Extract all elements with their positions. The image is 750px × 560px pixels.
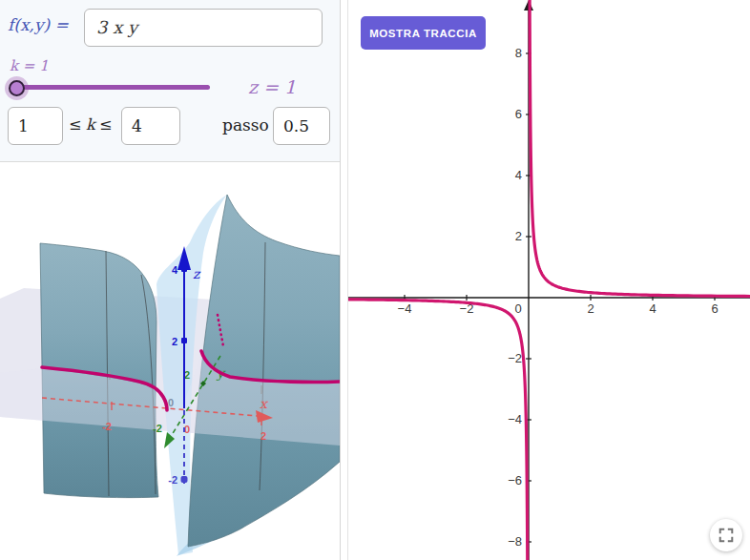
slider-k-label: k = 1 xyxy=(10,57,49,74)
svg-text:4: 4 xyxy=(649,301,656,316)
k-min-value: 1 xyxy=(18,116,62,135)
function-value: 3 x y xyxy=(96,17,322,37)
svg-text:8: 8 xyxy=(515,46,522,60)
svg-text:2: 2 xyxy=(587,301,594,316)
function-label: f(x,y) = xyxy=(8,15,69,34)
step-value: 0.5 xyxy=(283,116,329,135)
fullscreen-icon xyxy=(718,527,735,544)
svg-text:−8: −8 xyxy=(508,534,522,549)
surface-3d-scene: -2 0 2 x y 2 -2 xyxy=(0,162,340,560)
z-tick-2: 2 xyxy=(172,336,177,347)
k-letter: k xyxy=(86,115,95,134)
z-tick-4: 4 xyxy=(172,264,178,276)
hyperbola-curve[interactable] xyxy=(348,0,750,560)
graphics-3d-view[interactable]: -2 0 2 x y 2 -2 xyxy=(0,162,340,560)
k-slider-knob[interactable] xyxy=(9,80,25,96)
k-min-input[interactable]: 1 xyxy=(8,107,63,145)
origin-label: 0 xyxy=(168,397,174,408)
svg-text:2: 2 xyxy=(515,229,522,243)
step-input[interactable]: 0.5 xyxy=(273,107,330,145)
z-axis-point-neg2 xyxy=(181,476,188,483)
level-curve-chart: −4−202468642−2−4−6−8 xyxy=(348,0,750,560)
svg-text:0: 0 xyxy=(514,301,521,316)
k-max-value: 4 xyxy=(132,116,179,135)
x-tick-2: 2 xyxy=(260,430,266,442)
geogebra-applet: f(x,y) = 3 x y k = 1 z = 1 1 ≤ k ≤ 4 pas… xyxy=(0,0,750,560)
step-label: passo xyxy=(222,115,269,135)
svg-text:−4: −4 xyxy=(508,412,522,426)
svg-text:−4: −4 xyxy=(398,301,412,316)
algebra-controls: f(x,y) = 3 x y k = 1 z = 1 1 ≤ k ≤ 4 pas… xyxy=(0,0,340,162)
left-panel: f(x,y) = 3 x y k = 1 z = 1 1 ≤ k ≤ 4 pas… xyxy=(0,0,341,560)
svg-text:−2: −2 xyxy=(508,351,522,365)
z-axis-point-4 xyxy=(181,266,187,272)
z-axis-point-2 xyxy=(181,338,187,343)
function-input[interactable]: 3 x y xyxy=(84,9,323,47)
mostra-traccia-button[interactable]: MOSTRA TRACCIA xyxy=(361,16,486,50)
k-slider-track[interactable] xyxy=(10,85,210,90)
svg-text:6: 6 xyxy=(711,301,718,316)
graphics-2d-view[interactable]: −4−202468642−2−4−6−8 MOSTRA TRACCIA xyxy=(347,0,750,560)
x-tick-neg2: -2 xyxy=(102,421,112,432)
z-tick-neg2: -2 xyxy=(168,474,177,486)
svg-text:6: 6 xyxy=(515,107,522,121)
z-level-label: z = 1 xyxy=(248,76,296,97)
leq-sign-2: ≤ xyxy=(99,115,112,134)
y-tick-neg2: -2 xyxy=(153,423,162,434)
leq-sign-1: ≤ xyxy=(69,115,81,134)
fullscreen-button[interactable] xyxy=(710,519,742,551)
k-max-input[interactable]: 4 xyxy=(121,107,180,145)
svg-text:4: 4 xyxy=(515,168,522,182)
svg-text:−6: −6 xyxy=(508,473,522,487)
